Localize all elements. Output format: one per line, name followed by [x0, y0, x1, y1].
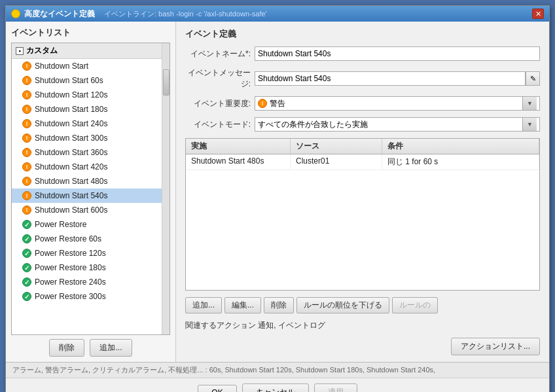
event-message-edit-button[interactable]: ✎ [526, 71, 540, 86]
table-edit-button[interactable]: 編集... [224, 297, 261, 313]
event-severity-label: イベント重要度: [185, 98, 251, 109]
list-item[interactable]: ✓Power Restore 240s [12, 275, 170, 289]
footer-text: アラーム, 警告アラーム, クリティカルアラーム, 不報処理... : 60s,… [12, 366, 435, 374]
list-item-label: Shutdown Start 600s [35, 205, 107, 215]
ok-button[interactable]: OK [198, 385, 236, 393]
severity-dropdown-arrow: ▼ [522, 97, 537, 110]
scrollbar[interactable] [162, 43, 170, 334]
mode-value: すべての条件が合致したら実施 [258, 119, 368, 130]
table-cell-3: 同じ 1 for 60 s [382, 154, 539, 169]
ok-icon: ✓ [22, 277, 31, 287]
list-item[interactable]: !Shutdown Start 180s [12, 102, 170, 116]
warn-icon: ! [22, 119, 31, 128]
list-item[interactable]: !Shutdown Start 240s [12, 116, 170, 131]
list-item[interactable]: !Shutdown Start 540s [12, 188, 170, 203]
list-item-label: Power Restore 120s [35, 249, 106, 258]
list-items-container: !Shutdown Start!Shutdown Start 60s!Shutd… [12, 59, 170, 304]
warn-icon: ! [22, 90, 31, 99]
dialog-footer: アラーム, 警告アラーム, クリティカルアラーム, 不報処理... : 60s,… [6, 362, 549, 378]
list-item[interactable]: !Shutdown Start 60s [12, 73, 170, 88]
warn-icon: ! [22, 148, 31, 157]
table-add-button[interactable]: 追加... [185, 297, 222, 313]
title-bar: 高度なイベント定義 イベントライン: bash -login -c '/axl-… [6, 6, 549, 22]
list-item-label: Shutdown Start 420s [35, 162, 107, 171]
related-value: 通知, イベントログ [258, 321, 325, 330]
warn-icon: ! [22, 191, 31, 200]
list-item-label: Power Restore 300s [35, 292, 106, 301]
list-item[interactable]: !Shutdown Start 120s [12, 88, 170, 102]
event-name-row: イベントネーム*: [185, 46, 540, 61]
group-label: カスタム [26, 45, 58, 56]
list-item[interactable]: ✓Power Restore 60s [12, 232, 170, 246]
list-item[interactable]: !Shutdown Start [12, 59, 170, 73]
event-message-label: イベントメッセージ: [185, 67, 251, 90]
right-panel-title: イベント定義 [185, 28, 540, 40]
scrollbar-thumb [163, 69, 170, 96]
list-item[interactable]: !Shutdown Start 360s [12, 145, 170, 160]
list-item[interactable]: ✓Power Restore 120s [12, 246, 170, 260]
mode-inner: すべての条件が合致したら実施 [258, 119, 522, 130]
list-item-label: Shutdown Start 360s [35, 148, 107, 157]
dialog-icon [11, 9, 20, 18]
list-item[interactable]: !Shutdown Start 600s [12, 203, 170, 217]
apply-button[interactable]: 適用 [314, 383, 357, 392]
event-severity-select[interactable]: ! 警告 ▼ [255, 96, 540, 111]
table-rows: Shutdown Start 480sCluster01同じ 1 for 60 … [186, 154, 539, 170]
title-bar-left: 高度なイベント定義 イベントライン: bash -login -c '/axl-… [11, 9, 267, 20]
event-name-input[interactable] [255, 46, 540, 61]
dialog-title: 高度なイベント定義 [24, 9, 95, 20]
table-col-1-header: 実施 [186, 139, 291, 154]
close-button[interactable]: ✕ [532, 9, 544, 19]
table-lower-button[interactable]: ルールの順位を下げる [296, 297, 389, 313]
related-label: 関連するアクション [185, 321, 256, 330]
group-expand-icon[interactable]: ▪ [16, 47, 24, 55]
warn-icon: ! [22, 76, 31, 85]
severity-warn-icon: ! [258, 99, 267, 108]
table-upper-button[interactable]: ルールの [392, 297, 438, 313]
warn-icon: ! [22, 177, 31, 186]
list-item-label: Shutdown Start 120s [35, 90, 107, 99]
event-message-input[interactable] [255, 71, 526, 86]
rules-table: 実施 ソース 条件 Shutdown Start 480sCluster01同じ… [185, 138, 540, 291]
event-mode-select[interactable]: すべての条件が合致したら実施 ▼ [255, 117, 540, 132]
warn-icon: ! [22, 62, 31, 71]
list-item[interactable]: !Shutdown Start 480s [12, 174, 170, 188]
list-item[interactable]: ✓Power Restore 180s [12, 260, 170, 275]
list-item-label: Power Restore 180s [35, 263, 106, 272]
ok-icon: ✓ [22, 263, 31, 272]
list-item-label: Shutdown Start 240s [35, 119, 107, 128]
table-cell-2: Cluster01 [291, 154, 382, 169]
warn-icon: ! [22, 105, 31, 114]
severity-value: 警告 [270, 98, 285, 109]
dialog-path: イベントライン: bash -login -c '/axl-shutdown-s… [104, 9, 267, 19]
right-panel: イベント定義 イベントネーム*: イベントメッセージ: ✎ イベント重要度: [176, 22, 549, 362]
event-name-label: イベントネーム*: [185, 48, 251, 60]
list-item[interactable]: !Shutdown Start 420s [12, 160, 170, 174]
left-panel-title: イベントリスト [11, 27, 170, 39]
action-list-row: アクションリスト... [185, 338, 540, 355]
event-message-row: イベントメッセージ: ✎ [185, 67, 540, 90]
event-message-field-group: ✎ [255, 71, 540, 86]
action-list-button[interactable]: アクションリスト... [451, 338, 540, 355]
add-button[interactable]: 追加... [90, 339, 132, 357]
table-delete-button[interactable]: 削除 [264, 297, 294, 313]
list-item-label: Shutdown Start 540s [35, 191, 107, 200]
list-item[interactable]: !Shutdown Start 300s [12, 131, 170, 145]
delete-button[interactable]: 削除 [49, 339, 84, 357]
event-list-box[interactable]: ▪ カスタム !Shutdown Start!Shutdown Start 60… [11, 43, 170, 335]
event-severity-row: イベント重要度: ! 警告 ▼ [185, 96, 540, 111]
list-item[interactable]: ✓Power Restore [12, 217, 170, 232]
dialog-body: イベントリスト ▪ カスタム !Shutdown Start!Shutdown … [6, 22, 549, 362]
list-item[interactable]: ✓Power Restore 300s [12, 289, 170, 304]
ok-icon: ✓ [22, 249, 31, 258]
event-mode-label: イベントモード: [185, 119, 251, 130]
table-row[interactable]: Shutdown Start 480sCluster01同じ 1 for 60 … [186, 154, 539, 170]
list-item-label: Shutdown Start 300s [35, 134, 107, 143]
list-item-label: Power Restore 240s [35, 277, 106, 287]
table-header: 実施 ソース 条件 [186, 139, 539, 154]
warn-icon: ! [22, 162, 31, 171]
list-item-label: Shutdown Start [35, 62, 88, 71]
cancel-button[interactable]: キャンセル [242, 383, 309, 392]
related-actions-row: 関連するアクション 通知, イベントログ [185, 320, 540, 331]
list-item-label: Shutdown Start 480s [35, 177, 107, 186]
